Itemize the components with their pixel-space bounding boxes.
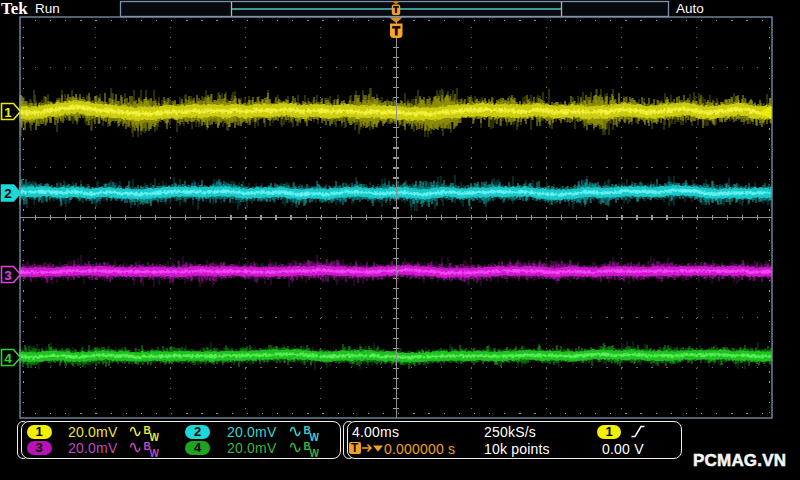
- svg-text:4: 4: [4, 351, 12, 366]
- svg-text:W: W: [310, 448, 320, 459]
- svg-text:3: 3: [4, 268, 12, 283]
- svg-text:W: W: [150, 448, 160, 459]
- svg-text:2: 2: [4, 186, 12, 201]
- svg-text:1: 1: [4, 105, 12, 120]
